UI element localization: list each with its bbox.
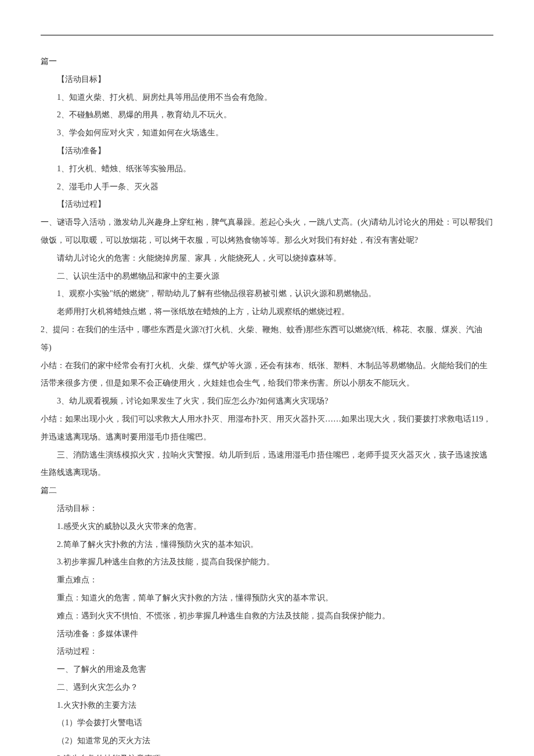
body-line: 2、不碰触易燃、易爆的用具，教育幼儿不玩火。 xyxy=(41,106,493,124)
body-line: 2.逃生自救的技能及注意事项 xyxy=(41,750,493,756)
body-line: 3.初步掌握几种逃生自救的方法及技能，提高自我保护能力。 xyxy=(41,553,493,571)
body-line: 二、遇到火灾怎么办？ xyxy=(41,679,493,697)
body-line: 难点：遇到火灾不惧怕、不慌张，初步掌握几种逃生自救的方法及技能，提高自我保护能力… xyxy=(41,607,493,625)
body-line: 一、谜语导入活动，激发幼儿兴趣身上穿红袍，脾气真暴躁。惹起心头火，一跳八丈高。(… xyxy=(41,214,493,250)
body-line: 1.感受火灾的威胁以及火灾带来的危害。 xyxy=(41,518,493,536)
body-line: 1、知道火柴、打火机、厨房灶具等用品使用不当会有危险。 xyxy=(41,89,493,107)
body-line: （1）学会拨打火警电话 xyxy=(41,714,493,732)
body-line: 活动准备：多媒体课件 xyxy=(41,625,493,643)
body-line: 1.火灾扑救的主要方法 xyxy=(41,697,493,715)
body-line: 活动过程： xyxy=(41,643,493,661)
body-line: 重点：知道火的危害，简单了解火灾扑救的方法，懂得预防火灾的基本常识。 xyxy=(41,589,493,607)
body-line: 三、消防逃生演练模拟火灾，拉响火灾警报。幼儿听到后，迅速用湿毛巾捂住嘴巴，老师手… xyxy=(41,447,493,483)
body-line: 1、观察小实验"纸的燃烧"，帮助幼儿了解有些物品很容易被引燃，认识火源和易燃物品… xyxy=(41,285,493,303)
body-line: 【活动目标】 xyxy=(41,71,493,89)
section-title: 篇二 xyxy=(41,482,493,500)
body-line: 活动目标： xyxy=(41,500,493,518)
body-line: 2、提问：在我们的生活中，哪些东西是火源?(打火机、火柴、鞭炮、蚊香)那些东西可… xyxy=(41,321,493,357)
body-line: 二、认识生活中的易燃物品和家中的主要火源 xyxy=(41,268,493,286)
body-line: 2.简单了解火灾扑救的方法，懂得预防火灾的基本知识。 xyxy=(41,536,493,554)
top-divider xyxy=(41,35,493,35)
body-line: 3、幼儿观看视频，讨论如果发生了火灾，我们应怎么办?如何逃离火灾现场? xyxy=(41,393,493,411)
body-line: 3、学会如何应对火灾，知道如何在火场逃生。 xyxy=(41,124,493,142)
body-line: 1、打火机、蜡烛、纸张等实验用品。 xyxy=(41,160,493,178)
body-line: （2）知道常见的灭火方法 xyxy=(41,732,493,750)
body-line: 重点难点： xyxy=(41,571,493,589)
body-line: 老师用打火机将蜡烛点燃，将一张纸放在蜡烛的上方，让幼儿观察纸的燃烧过程。 xyxy=(41,303,493,321)
body-line: 2、湿毛巾人手一条、灭火器 xyxy=(41,178,493,196)
body-line: 小结：在我们的家中经常会有打火机、火柴、煤气炉等火源，还会有抹布、纸张、塑料、木… xyxy=(41,357,493,393)
body-line: 【活动过程】 xyxy=(41,196,493,214)
document-body: 篇一【活动目标】1、知道火柴、打火机、厨房灶具等用品使用不当会有危险。2、不碰触… xyxy=(41,53,493,756)
body-line: 一、了解火的用途及危害 xyxy=(41,661,493,679)
body-line: 请幼儿讨论火的危害：火能烧掉房屋、家具，火能烧死人，火可以烧掉森林等。 xyxy=(41,250,493,268)
body-line: 【活动准备】 xyxy=(41,142,493,160)
body-line: 小结：如果出现小火，我们可以求救大人用水扑灭、用湿布扑灭、用灭火器扑灭……如果出… xyxy=(41,411,493,447)
document-page: 篇一【活动目标】1、知道火柴、打火机、厨房灶具等用品使用不当会有危险。2、不碰触… xyxy=(0,0,534,756)
section-title: 篇一 xyxy=(41,53,493,71)
